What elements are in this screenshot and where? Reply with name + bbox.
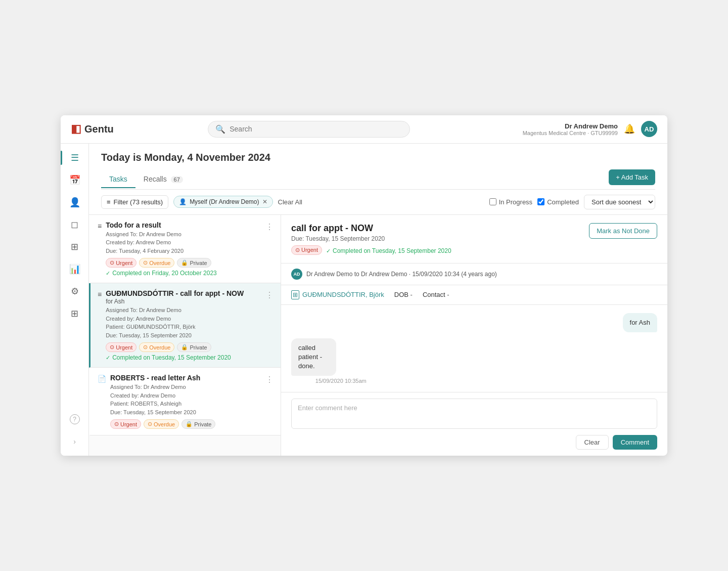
tab-recalls[interactable]: Recalls 67 <box>135 171 191 188</box>
user-name: Dr Andrew Demo <box>523 122 618 130</box>
detail-title: call for appt - NOW <box>291 223 451 234</box>
message-time: 15/09/2020 10:35am <box>291 378 367 384</box>
logo-text: Gentu <box>84 123 114 135</box>
remove-chip-button[interactable]: ✕ <box>262 198 267 205</box>
inbox-icon: ◻ <box>71 219 78 230</box>
detail-activity: AD Dr Andrew Demo to Dr Andrew Demo · 15… <box>281 263 667 285</box>
filter-right: In Progress Completed Sort due soonest <box>489 195 655 209</box>
avatar: AD <box>641 121 657 137</box>
clear-button[interactable]: Clear <box>576 435 609 450</box>
sort-select[interactable]: Sort due soonest <box>584 195 655 209</box>
badge-private: 🔒 Private <box>177 258 211 268</box>
task-subtitle: for Ash <box>106 298 274 305</box>
message-bubble-left: called patient - done. <box>291 338 336 376</box>
badge-overdue: ⊙ Overdue <box>139 258 174 268</box>
detail-header: call for appt - NOW Due: Tuesday, 15 Sep… <box>281 215 667 263</box>
task-doc-icon: 📄 <box>98 375 106 383</box>
page-title: Today is Monday, 4 November 2024 <box>101 152 655 163</box>
person-icon: 👤 <box>179 198 187 205</box>
detail-badges: ⊙ Urgent ✓ Completed on Tuesday, 15 Sept… <box>291 245 451 255</box>
sidebar-item-doc[interactable]: ⊞ <box>65 237 85 257</box>
logo-icon: ◧ <box>71 122 81 136</box>
expand-icon: › <box>73 437 76 446</box>
sidebar-item-grid[interactable]: ⊞ <box>65 303 85 324</box>
badge-overdue: ⊙ Overdue <box>144 419 179 429</box>
sidebar-item-help[interactable]: ? <box>65 409 85 429</box>
filter-icon: ≡ <box>107 198 111 206</box>
user-subtitle: Magentus Medical Centre · GTU99999 <box>523 130 618 136</box>
task-panels: ≡ Todo for a result Assigned To: Dr Andr… <box>89 215 667 456</box>
task-title: ROBERTS - read letter Ash <box>110 374 274 382</box>
comment-textarea[interactable] <box>291 399 657 429</box>
messages-area: for Ash called patient - done. 15/09/202… <box>281 305 667 392</box>
filter-button[interactable]: ≡ Filter (73 results) <box>101 195 168 209</box>
sidebar-item-chart[interactable]: 📊 <box>65 259 85 279</box>
sidebar-item-patient[interactable]: 👤 <box>65 192 85 212</box>
task-list-icon: ≡ <box>98 290 102 298</box>
grid-icon: ⊞ <box>71 308 78 319</box>
sidebar-item-inbox[interactable]: ◻ <box>65 214 85 235</box>
patient-contact: Contact - <box>423 291 449 298</box>
detail-info: call for appt - NOW Due: Tuesday, 15 Sep… <box>291 223 451 255</box>
logo: ◧ Gentu <box>71 122 152 136</box>
user-info: Dr Andrew Demo Magentus Medical Centre ·… <box>523 122 618 136</box>
patient-icon: 👤 <box>69 197 80 208</box>
search-icon: 🔍 <box>215 124 225 134</box>
badge-urgent: ⊙ Urgent <box>106 342 136 352</box>
header: ◧ Gentu 🔍 Dr Andrew Demo Magentus Medica… <box>61 115 667 144</box>
task-badges: ⊙ Urgent ⊙ Overdue 🔒 Private <box>106 342 274 352</box>
comment-box: Clear Comment <box>281 392 667 456</box>
task-item[interactable]: ≡ GUÐMUNDSDÓTTIR - call for appt - NOW f… <box>89 283 281 368</box>
task-title: GUÐMUNDSDÓTTIR - call for appt - NOW <box>106 289 274 297</box>
message-left-wrapper: called patient - done. 15/09/2020 10:35a… <box>291 338 367 384</box>
task-item[interactable]: 📄 ROBERTS - read letter Ash Assigned To:… <box>89 368 281 435</box>
task-menu-button[interactable]: ⋮ <box>263 289 276 301</box>
detail-badge-urgent: ⊙ Urgent <box>291 245 322 255</box>
task-badges: ⊙ Urgent ⊙ Overdue 🔒 Private <box>106 258 274 268</box>
filter-chip-myself: 👤 Myself (Dr Andrew Demo) ✕ <box>173 196 272 208</box>
badge-private: 🔒 Private <box>181 419 215 429</box>
search-input[interactable] <box>230 125 402 133</box>
clear-all-button[interactable]: Clear All <box>278 198 302 206</box>
completed-checkbox[interactable] <box>537 198 544 205</box>
sidebar-item-expand[interactable]: › <box>65 431 85 452</box>
detail-patient: ⊞ GUÐMUNDSDÓTTIR, Björk DOB - Contact - <box>281 285 667 305</box>
task-badges: ⊙ Urgent ⊙ Overdue 🔒 Private <box>110 419 274 429</box>
in-progress-checkbox[interactable] <box>489 198 496 205</box>
completed-badge: ✓ Completed on Friday, 20 October 2023 <box>106 270 274 277</box>
badge-urgent: ⊙ Urgent <box>106 258 136 268</box>
task-menu-button[interactable]: ⋮ <box>263 374 276 385</box>
activity-text: Dr Andrew Demo to Dr Andrew Demo · 15/09… <box>306 271 497 278</box>
bell-icon[interactable]: 🔔 <box>624 123 635 135</box>
sidebar-item-calendar[interactable]: 📅 <box>65 170 85 190</box>
patient-link[interactable]: ⊞ GUÐMUNDSDÓTTIR, Björk <box>291 290 384 299</box>
doc-icon: ⊞ <box>71 241 78 252</box>
comment-button[interactable]: Comment <box>613 435 657 450</box>
add-task-button[interactable]: + Add Task <box>609 169 655 185</box>
completed-checkbox-label[interactable]: Completed <box>537 198 579 206</box>
task-title: Todo for a result <box>106 221 274 229</box>
search-bar[interactable]: 🔍 <box>208 121 410 138</box>
activity-avatar: AD <box>291 269 302 280</box>
calendar-icon: 📅 <box>69 174 80 186</box>
in-progress-checkbox-label[interactable]: In Progress <box>489 198 532 206</box>
content: Today is Monday, 4 November 2024 Tasks R… <box>89 144 667 456</box>
mark-not-done-button[interactable]: Mark as Not Done <box>589 223 657 239</box>
filter-bar: ≡ Filter (73 results) 👤 Myself (Dr Andre… <box>89 190 667 215</box>
header-right: Dr Andrew Demo Magentus Medical Centre ·… <box>523 121 657 137</box>
recalls-badge: 67 <box>171 176 183 183</box>
tabs: Tasks Recalls 67 + Add Task <box>101 169 655 190</box>
sidebar-item-list[interactable]: ☰ <box>65 148 85 168</box>
list-icon: ☰ <box>71 152 79 163</box>
chart-icon: 📊 <box>69 263 80 275</box>
task-item[interactable]: ≡ Todo for a result Assigned To: Dr Andr… <box>89 215 281 284</box>
sidebar-item-settings[interactable]: ⚙ <box>65 281 85 301</box>
task-list: ≡ Todo for a result Assigned To: Dr Andr… <box>89 215 281 456</box>
badge-overdue: ⊙ Overdue <box>139 342 174 352</box>
main-layout: ☰ 📅 👤 ◻ ⊞ 📊 ⚙ ⊞ <box>61 144 667 456</box>
task-menu-button[interactable]: ⋮ <box>263 221 276 233</box>
tab-tasks[interactable]: Tasks <box>101 171 135 188</box>
patient-icon: ⊞ <box>291 290 299 299</box>
gear-icon: ⚙ <box>71 286 79 297</box>
tab-group: Tasks Recalls 67 <box>101 171 191 188</box>
